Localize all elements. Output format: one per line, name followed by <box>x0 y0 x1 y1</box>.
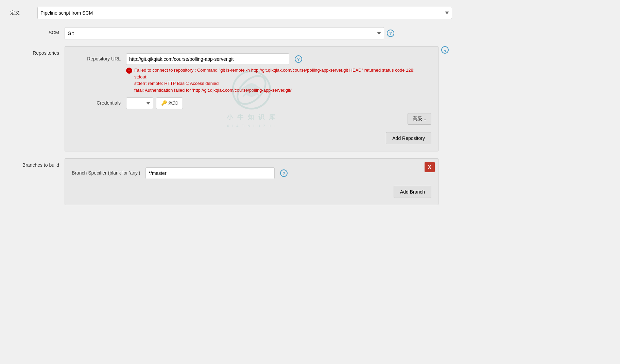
repo-actions: 高级... Add Repository <box>72 113 431 144</box>
credentials-row: Credentials 🔑 添加 <box>72 97 431 109</box>
close-button[interactable]: X <box>425 162 435 172</box>
branches-label: Branches to build <box>10 158 65 168</box>
repositories-label: Repositories <box>10 46 65 56</box>
definition-row: 定义 Pipeline script from SCM Pipeline scr… <box>10 7 610 19</box>
repo-url-input[interactable] <box>126 53 289 65</box>
definition-select-wrapper: Pipeline script from SCM Pipeline script <box>37 7 452 19</box>
repo-url-input-row: ? <box>126 53 431 65</box>
scm-label: SCM <box>10 27 65 35</box>
repositories-box: 小 牛 知 识 库 X I A O N I U Z H I Repository… <box>65 46 438 151</box>
scm-control: Git None Subversion ? <box>65 27 472 39</box>
error-icon: – <box>126 68 132 74</box>
advanced-button[interactable]: 高级... <box>408 113 431 125</box>
add-branch-button[interactable]: Add Branch <box>394 186 431 198</box>
repositories-section: Repositories 小 牛 知 识 库 X I A O N I U Z H… <box>10 46 610 151</box>
add-branch-wrapper: Add Branch <box>72 183 431 198</box>
credentials-input-row: 🔑 添加 <box>126 97 431 109</box>
repo-url-label: Repository URL <box>72 53 126 61</box>
repo-url-row: Repository URL ? – Failed to connect to … <box>72 53 431 93</box>
scm-row: SCM Git None Subversion ? <box>10 27 610 39</box>
add-repository-button[interactable]: Add Repository <box>386 132 431 144</box>
scm-help-icon[interactable]: ? <box>387 30 394 37</box>
credentials-label: Credentials <box>72 97 126 106</box>
repo-url-error-block: – Failed to connect to repository : Comm… <box>126 67 431 93</box>
branches-section: Branches to build X Branch Specifier (bl… <box>10 158 610 205</box>
branch-specifier-input-row: ? <box>145 167 431 179</box>
add-credentials-button[interactable]: 🔑 添加 <box>156 97 183 109</box>
scm-select-row: Git None Subversion ? <box>65 27 472 39</box>
branch-specifier-label: Branch Specifier (blank for 'any') <box>72 167 145 176</box>
scm-select[interactable]: Git None Subversion <box>65 27 384 39</box>
repo-url-control: ? – Failed to connect to repository : Co… <box>126 53 431 93</box>
branch-specifier-help-icon[interactable]: ? <box>280 169 288 177</box>
definition-label: 定义 <box>10 10 37 16</box>
branch-specifier-input[interactable] <box>145 167 275 179</box>
credentials-select[interactable] <box>126 97 153 109</box>
repo-url-error-text: Failed to connect to repository : Comman… <box>134 67 414 93</box>
credentials-control: 🔑 添加 <box>126 97 431 109</box>
branch-specifier-control: ? <box>145 167 431 179</box>
branch-specifier-row: Branch Specifier (blank for 'any') ? <box>72 165 431 179</box>
definition-select[interactable]: Pipeline script from SCM Pipeline script <box>37 7 452 19</box>
repo-url-help-icon[interactable]: ? <box>295 55 302 63</box>
repositories-help-icon[interactable]: ? <box>441 46 449 54</box>
page-container: 定义 Pipeline script from SCM Pipeline scr… <box>0 0 620 212</box>
branches-box: X Branch Specifier (blank for 'any') ? A… <box>65 158 438 205</box>
